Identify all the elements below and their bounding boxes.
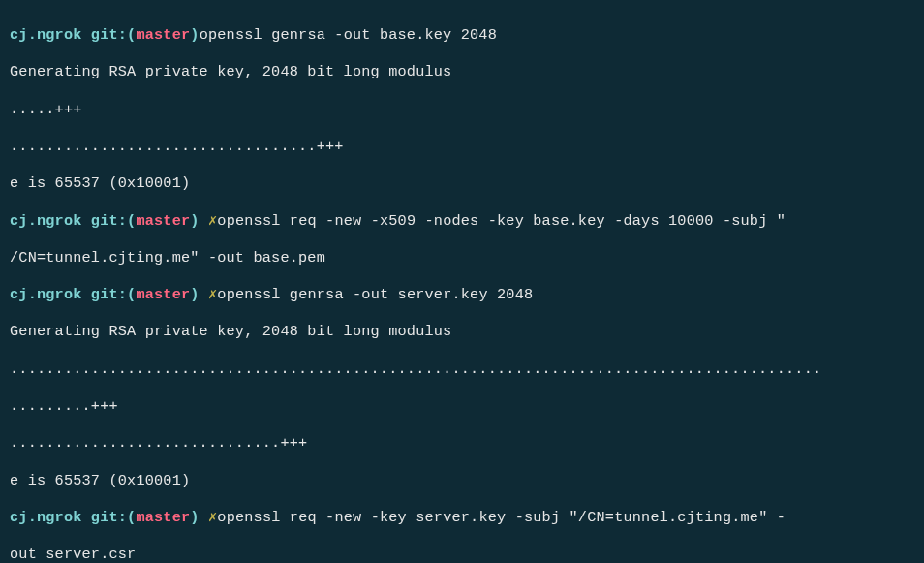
output: .........+++	[10, 397, 914, 416]
prompt-cwd: cj.ngrok	[10, 26, 82, 44]
prompt-branch: master	[136, 509, 190, 526]
command-2a: openssl req -new -x509 -nodes -key base.…	[217, 212, 785, 230]
output: Generating RSA private key, 2048 bit lon…	[10, 323, 914, 341]
prompt-branch: master	[136, 212, 190, 230]
dirty-icon: ✗	[208, 286, 217, 303]
prompt-cwd: cj.ngrok	[10, 212, 82, 230]
prompt-git-open: git:(	[91, 26, 137, 44]
prompt-git-open: git:(	[91, 286, 137, 303]
prompt-git-close: )	[190, 212, 199, 230]
command-2b: /CN=tunnel.cjting.me" -out base.pem	[10, 249, 914, 267]
command-4b: out server.csr	[10, 546, 914, 563]
prompt-line-1[interactable]: cj.ngrok git:(master)openssl genrsa -out…	[10, 26, 914, 45]
prompt-git-open: git:(	[91, 509, 137, 526]
command-1: openssl genrsa -out base.key 2048	[200, 26, 497, 44]
prompt-git-close: )	[190, 286, 199, 303]
prompt-line-4[interactable]: cj.ngrok git:(master) ✗openssl req -new …	[10, 509, 914, 527]
prompt-line-2[interactable]: cj.ngrok git:(master) ✗openssl req -new …	[10, 212, 914, 231]
terminal[interactable]: cj.ngrok git:(master)openssl genrsa -out…	[10, 8, 914, 563]
output: e is 65537 (0x10001)	[10, 174, 914, 193]
output: Generating RSA private key, 2048 bit lon…	[10, 63, 914, 81]
output: e is 65537 (0x10001)	[10, 472, 914, 490]
prompt-git-open: git:(	[91, 212, 137, 230]
output: ..................................+++	[10, 138, 914, 156]
command-3: openssl genrsa -out server.key 2048	[217, 286, 533, 303]
prompt-cwd: cj.ngrok	[10, 286, 82, 303]
output: .....+++	[10, 101, 914, 119]
prompt-branch: master	[136, 286, 190, 303]
prompt-branch: master	[136, 26, 190, 44]
output: ........................................…	[10, 360, 914, 379]
prompt-cwd: cj.ngrok	[10, 509, 82, 526]
prompt-git-close: )	[190, 26, 199, 44]
prompt-git-close: )	[190, 509, 199, 526]
command-4a: openssl req -new -key server.key -subj "…	[217, 509, 785, 526]
dirty-icon: ✗	[208, 212, 217, 230]
dirty-icon: ✗	[208, 509, 217, 526]
output: ..............................+++	[10, 434, 914, 453]
prompt-line-3[interactable]: cj.ngrok git:(master) ✗openssl genrsa -o…	[10, 286, 914, 304]
